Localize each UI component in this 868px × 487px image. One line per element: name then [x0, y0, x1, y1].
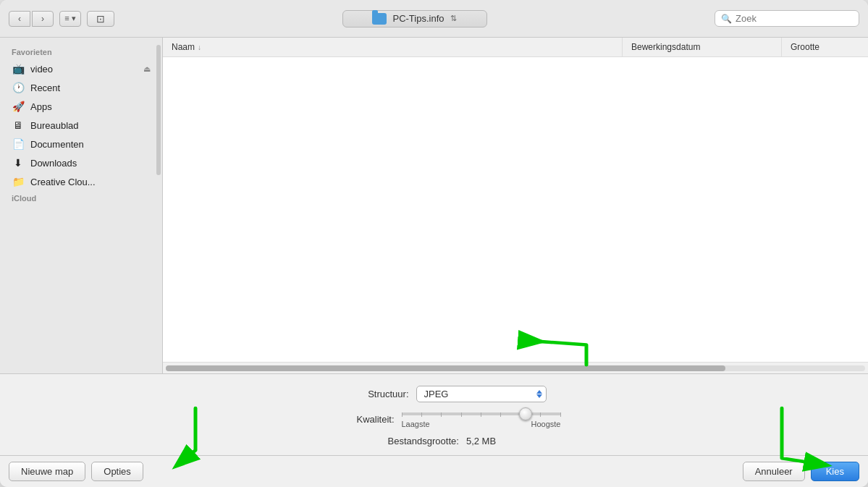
- slider-labels: Laagste Hoogste: [402, 420, 561, 428]
- location-name: PC-Tips.info: [392, 13, 444, 24]
- sidebar-item-label: Apps: [30, 101, 52, 112]
- quality-label: Kwaliteit:: [308, 414, 395, 425]
- search-icon: 🔍: [721, 14, 732, 24]
- filesize-label: Bestandsgrootte:: [372, 436, 459, 446]
- sidebar-item-label: Bureaublad: [30, 120, 79, 131]
- format-select-wrapper: JPEG PNG TIFF PDF: [416, 386, 547, 402]
- filesize-row: Bestandsgrootte: 5,2 MB: [14, 436, 854, 446]
- bureaublad-icon: 🖥: [12, 119, 25, 132]
- quality-row: Kwaliteit:: [14, 410, 854, 428]
- documenten-icon: 📄: [12, 137, 25, 151]
- col-sort-icon: ↓: [198, 43, 201, 51]
- left-buttons: Nieuwe map Opties: [9, 462, 143, 481]
- forward-button[interactable]: ›: [32, 11, 54, 27]
- sidebar-content: Favorieten 📺 video ⏏ 🕐 Recent 🚀 Apps: [0, 38, 162, 373]
- sidebar-section-favorieten: Favorieten: [0, 45, 162, 59]
- right-buttons: Annuleer Kies: [743, 462, 859, 481]
- quality-min-label: Laagste: [402, 420, 430, 428]
- video-icon: 📺: [12, 62, 25, 75]
- nieuwe-map-button[interactable]: Nieuwe map: [9, 462, 85, 481]
- apps-icon: 🚀: [12, 100, 25, 113]
- sidebar-section-icloud: iCloud: [0, 191, 162, 206]
- sidebar-item-video[interactable]: 📺 video ⏏: [0, 59, 162, 78]
- downloads-icon: ⬇: [12, 156, 25, 169]
- filesize-value: 5,2 MB: [466, 436, 496, 446]
- location-chevron: ⇅: [450, 14, 457, 23]
- sidebar-item-creative[interactable]: 📁 Creative Clou...: [0, 172, 162, 191]
- tick-8: [540, 412, 541, 417]
- file-header: Naam ↓ Bewerkingsdatum Grootte: [163, 38, 868, 57]
- file-area: Naam ↓ Bewerkingsdatum Grootte: [163, 38, 868, 373]
- sidebar-item-label: Creative Clou...: [30, 177, 96, 187]
- col-grootte[interactable]: Grootte: [781, 38, 868, 56]
- tick-2: [421, 412, 422, 417]
- scrollbar-track: [166, 365, 865, 371]
- action-buttons-row: Nieuwe map Opties Annuleer Kies: [0, 455, 868, 487]
- forward-icon: ›: [41, 14, 44, 24]
- tick-9: [560, 412, 561, 417]
- tick-6: [500, 412, 501, 417]
- eject-icon: ⏏: [143, 64, 151, 74]
- format-label: Structuur:: [322, 389, 409, 399]
- scrollbar-thumb: [166, 365, 725, 371]
- sidebar-item-label: Documenten: [30, 139, 84, 150]
- sidebar-item-label: Downloads: [30, 158, 77, 169]
- location-pill[interactable]: PC-Tips.info ⇅: [342, 10, 487, 27]
- file-list: [163, 57, 868, 362]
- sidebar-item-apps[interactable]: 🚀 Apps: [0, 97, 162, 116]
- sidebar-item-label: video: [30, 64, 53, 75]
- hamburger-icon: ≡ ▾: [64, 14, 75, 23]
- tick-1: [402, 412, 403, 417]
- location-bar: PC-Tips.info ⇅: [120, 10, 709, 27]
- creative-icon: 📁: [12, 175, 25, 188]
- col-naam[interactable]: Naam ↓: [163, 38, 622, 56]
- annuleer-button[interactable]: Annuleer: [743, 462, 805, 481]
- search-bar: 🔍: [715, 10, 859, 27]
- back-icon: ‹: [18, 14, 21, 24]
- horizontal-scrollbar[interactable]: [163, 362, 868, 373]
- nav-buttons: ‹ ›: [9, 11, 54, 27]
- slider-track: [402, 412, 561, 415]
- sidebar-scrollbar[interactable]: [156, 45, 161, 175]
- sidebar-item-downloads[interactable]: ⬇ Downloads: [0, 153, 162, 172]
- folder-icon: [372, 13, 387, 25]
- search-input[interactable]: [736, 13, 853, 24]
- opties-button[interactable]: Opties: [91, 462, 143, 481]
- view-button[interactable]: ⊡: [87, 11, 114, 27]
- back-button[interactable]: ‹: [9, 11, 30, 27]
- sidebar: Favorieten 📺 video ⏏ 🕐 Recent 🚀 Apps: [0, 38, 163, 373]
- slider-thumb[interactable]: [519, 407, 532, 420]
- toolbar: ‹ › ≡ ▾ ⊡ PC-Tips.info ⇅ 🔍: [0, 0, 868, 38]
- slider-ticks: [402, 412, 561, 417]
- action-menu-button[interactable]: ≡ ▾: [59, 11, 81, 27]
- tick-4: [461, 412, 462, 417]
- sidebar-item-label: Recent: [30, 82, 60, 93]
- quality-slider-wrapper: Laagste Hoogste: [402, 410, 561, 428]
- kies-button[interactable]: Kies: [811, 462, 859, 481]
- col-naam-label: Naam: [172, 42, 195, 52]
- format-select[interactable]: JPEG PNG TIFF PDF: [416, 386, 547, 402]
- quality-max-label: Hoogste: [531, 420, 561, 428]
- format-row: Structuur: JPEG PNG TIFF PDF: [14, 386, 854, 402]
- sidebar-item-recent[interactable]: 🕐 Recent: [0, 78, 162, 97]
- sidebar-item-documenten[interactable]: 📄 Documenten: [0, 135, 162, 153]
- main-area: Favorieten 📺 video ⏏ 🕐 Recent 🚀 Apps: [0, 38, 868, 373]
- tick-5: [481, 412, 481, 417]
- bottom-panel: Structuur: JPEG PNG TIFF PDF Kwaliteit:: [0, 373, 868, 455]
- col-date-label: Bewerkingsdatum: [631, 42, 700, 52]
- sidebar-item-bureaublad[interactable]: 🖥 Bureaublad: [0, 116, 162, 135]
- tick-3: [441, 412, 442, 417]
- col-bewerkingsdatum[interactable]: Bewerkingsdatum: [622, 38, 781, 56]
- recent-icon: 🕐: [12, 81, 25, 94]
- view-icon: ⊡: [96, 13, 105, 25]
- col-size-label: Grootte: [791, 42, 819, 52]
